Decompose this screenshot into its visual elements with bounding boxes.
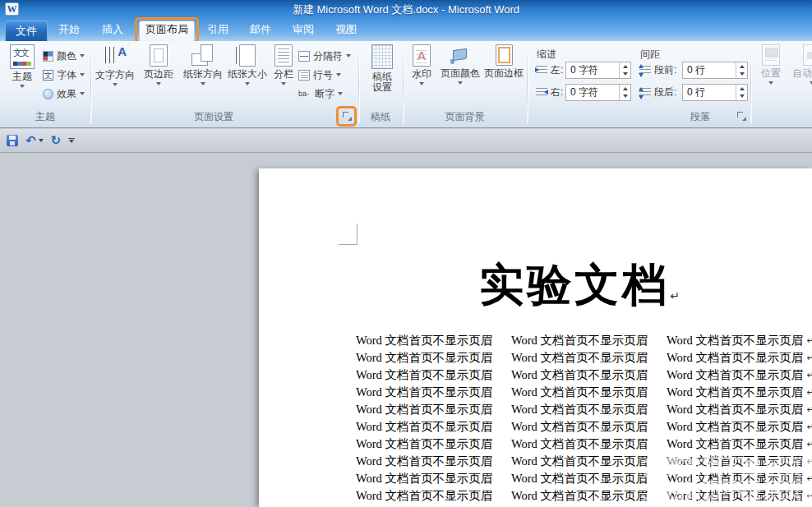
indent-right-icon (536, 88, 547, 97)
spacing-after-spinner[interactable] (736, 85, 747, 100)
body-line[interactable]: Word 文档首页不显示页眉Word 文档首页不显示页眉Word 文档首页不显示… (356, 332, 803, 349)
repeat-icon[interactable]: ↻ (51, 135, 62, 146)
themes-button[interactable]: 文文 主题 (4, 44, 40, 107)
breaks-button[interactable]: 分隔符 (298, 47, 351, 65)
paragraph-mark: ↵ (807, 456, 812, 467)
body-line[interactable]: Word 文档首页不显示页眉Word 文档首页不显示页眉Word 文档首页不显示… (356, 470, 803, 487)
wrap-text-button[interactable]: 自动换行 (789, 44, 812, 107)
text-direction-icon: A (104, 44, 127, 67)
columns-button[interactable]: 分栏 (271, 44, 296, 107)
dropdown-arrow-icon (69, 140, 74, 143)
paragraph-mark: ↵ (670, 289, 680, 302)
dropdown-arrow-icon (80, 73, 85, 76)
tab-references[interactable]: 引用 (207, 18, 228, 41)
indent-left-input[interactable]: 0 字符 (565, 62, 631, 79)
title-bar: W 新建 Microsoft Word 文档.docx - Microsoft … (0, 0, 812, 41)
dropdown-arrow-icon (156, 82, 161, 85)
line-numbers-button[interactable]: 行号 (298, 66, 341, 84)
save-icon[interactable] (7, 135, 18, 146)
tab-review[interactable]: 审阅 (293, 18, 314, 41)
dropdown-arrow-icon (458, 81, 463, 85)
indent-right-spinner[interactable] (619, 85, 630, 100)
tab-view[interactable]: 视图 (335, 18, 357, 41)
page-borders-label: 页面边框 (484, 68, 524, 79)
body-text: Word 文档首页不显示页眉 (667, 471, 803, 486)
spacing-heading: 间距 (640, 48, 660, 62)
hyphenation-label: 断字 (315, 87, 334, 101)
indent-right-label: 右: (551, 85, 563, 99)
theme-colors-button[interactable]: 颜色 (43, 47, 85, 65)
tab-mailings[interactable]: 邮件 (250, 18, 271, 41)
body-line[interactable]: Word 文档首页不显示页眉Word 文档首页不显示页眉Word 文档首页不显示… (356, 349, 803, 366)
body-line[interactable]: Word 文档首页不显示页眉Word 文档首页不显示页眉Word 文档首页不显示… (356, 418, 803, 436)
body-text: Word 文档首页不显示页眉 (356, 471, 492, 486)
body-text: Word 文档首页不显示页眉 (667, 333, 803, 348)
paragraph-mark: ↵ (807, 491, 812, 501)
spacing-before-value: 0 行 (687, 63, 705, 77)
dropdown-arrow-icon[interactable] (39, 139, 44, 142)
paper-size-button[interactable]: 纸张大小 (224, 44, 270, 107)
paragraph-dialog-launcher[interactable] (737, 112, 746, 121)
manuscript-setup-button[interactable]: 稿纸 设置 (363, 44, 401, 107)
columns-icon (275, 44, 293, 67)
document-title[interactable]: 实验文档↵ (356, 259, 803, 322)
body-text: Word 文档首页不显示页眉 (511, 454, 648, 469)
indent-right-input[interactable]: 0 字符 (565, 84, 631, 101)
tab-insert[interactable]: 插入 (102, 18, 123, 41)
document-page[interactable]: 实验文档↵ Word 文档首页不显示页眉Word 文档首页不显示页眉Word 文… (259, 168, 812, 507)
tab-home[interactable]: 开始 (58, 18, 80, 41)
dropdown-arrow-icon (419, 82, 424, 85)
indent-left-spinner[interactable] (619, 62, 630, 78)
body-line[interactable]: Word 文档首页不显示页眉Word 文档首页不显示页眉Word 文档首页不显示… (356, 453, 803, 470)
body-text: Word 文档首页不显示页眉 (667, 350, 803, 366)
body-text: Word 文档首页不显示页眉 (667, 419, 803, 435)
body-text: Word 文档首页不显示页眉 (511, 333, 648, 348)
spacing-after-label: 段后: (654, 85, 676, 99)
body-text: Word 文档首页不显示页眉 (356, 402, 492, 417)
spacing-after-row: 段后: (639, 85, 676, 99)
text-direction-button[interactable]: A 文字方向 (92, 44, 138, 107)
dropdown-arrow-icon (281, 82, 286, 85)
undo-button[interactable]: ↶ (25, 135, 44, 146)
paragraph-mark: ↵ (807, 439, 812, 449)
orientation-button[interactable]: 纸张方向 (180, 44, 226, 107)
theme-effects-button[interactable]: 效果 (43, 85, 85, 103)
theme-fonts-button[interactable]: 文 字体 (43, 66, 85, 84)
tab-page-layout[interactable]: 页面布局 (145, 18, 188, 41)
indent-right-row: 右: (536, 85, 563, 99)
theme-fonts-label: 字体 (57, 68, 76, 82)
breaks-icon (298, 51, 310, 62)
wrap-text-label: 自动换行 (792, 68, 812, 79)
watermark-button[interactable]: 水印 (406, 44, 437, 107)
position-button[interactable]: 位置 (755, 44, 787, 107)
dropdown-arrow-icon (20, 85, 25, 88)
indent-left-label: 左: (551, 63, 563, 77)
page-color-icon (450, 44, 470, 66)
page-setup-dialog-launcher[interactable] (343, 112, 352, 121)
body-line[interactable]: Word 文档首页不显示页眉Word 文档首页不显示页眉Word 文档首页不显示… (356, 384, 803, 401)
dropdown-arrow-icon (113, 83, 118, 86)
spacing-after-input[interactable]: 0 行 (682, 84, 748, 101)
theme-effects-label: 效果 (57, 87, 76, 101)
body-line[interactable]: Word 文档首页不显示页眉Word 文档首页不显示页眉Word 文档首页不显示… (356, 487, 803, 505)
hyphenation-button[interactable]: ba- 断字 (298, 85, 343, 103)
document-title-text: 实验文档 (479, 260, 670, 310)
theme-colors-icon (43, 51, 53, 62)
body-line[interactable]: Word 文档首页不显示页眉Word 文档首页不显示页眉Word 文档首页不显示… (356, 401, 803, 418)
body-line[interactable]: Word 文档首页不显示页眉Word 文档首页不显示页眉Word 文档首页不显示… (356, 366, 803, 384)
tab-file[interactable]: 文件 (5, 21, 48, 41)
page-color-button[interactable]: 页面颜色 (438, 44, 482, 107)
paper-size-label: 纸张大小 (228, 69, 267, 80)
page-borders-button[interactable]: 页面边框 (483, 44, 524, 107)
indent-right-value: 0 字符 (570, 85, 598, 99)
body-text: Word 文档首页不显示页眉 (356, 367, 492, 383)
body-text: Word 文档首页不显示页眉 (511, 471, 648, 486)
body-line[interactable]: Word 文档首页不显示页眉Word 文档首页不显示页眉Word 文档首页不显示… (356, 436, 803, 453)
spacing-before-input[interactable]: 0 行 (682, 62, 748, 79)
margins-button[interactable]: 页边距 (139, 44, 178, 107)
body-text: Word 文档首页不显示页眉 (667, 488, 803, 504)
customize-qat-button[interactable] (68, 138, 75, 144)
spacing-before-spinner[interactable] (736, 62, 747, 78)
breaks-label: 分隔符 (313, 49, 343, 63)
orientation-icon (191, 44, 215, 67)
